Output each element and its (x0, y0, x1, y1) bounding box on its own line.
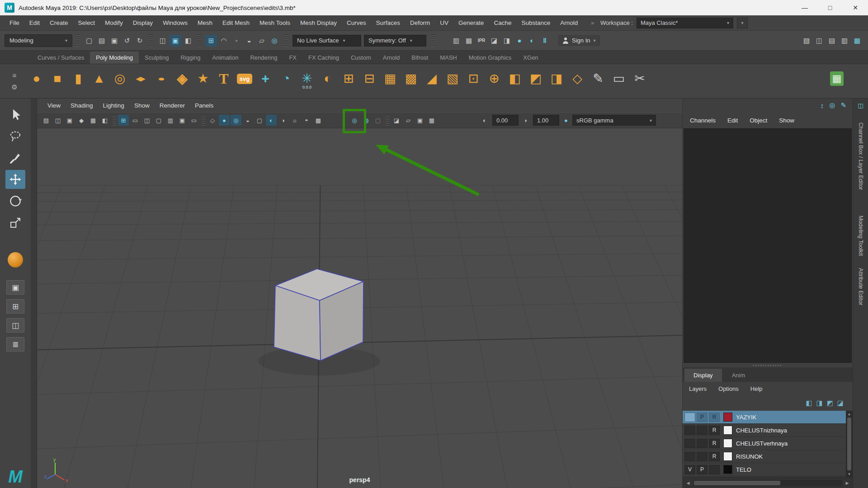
shelf-tab[interactable]: Bifrost (406, 52, 434, 64)
shelf-tab[interactable]: Rigging (175, 52, 206, 64)
select-hierarchy-icon[interactable]: ◫ (157, 35, 169, 47)
sidebar-vertical-tab[interactable]: Modeling Toolkit (858, 214, 864, 258)
arnold-renderview-icon[interactable]: ◐ (526, 35, 538, 47)
boolean-difference-icon[interactable]: ⊟ (359, 66, 380, 96)
poly-torus-icon[interactable]: ◎ (109, 66, 130, 96)
anti-alias-icon[interactable]: ▢ (373, 115, 383, 126)
layer-row[interactable]: P R YAZYIK (683, 411, 846, 424)
rotate-tool-button[interactable] (5, 192, 25, 211)
layer-playback-cell[interactable]: P (697, 413, 708, 422)
layer-playback-cell[interactable] (697, 426, 708, 435)
shelf-tab[interactable]: Sculpting (139, 52, 175, 64)
select-component-icon[interactable]: ◧ (182, 35, 194, 47)
menu-item[interactable]: Edit Mesh (217, 19, 255, 26)
custom-grid-icon[interactable]: ▦ (826, 66, 847, 96)
panel-dock-icon[interactable]: ◫ (858, 102, 863, 109)
shelf-tab[interactable]: Custom (345, 52, 377, 64)
close-button[interactable]: ✕ (843, 0, 868, 15)
menu-item[interactable]: Modify (100, 19, 128, 26)
shelf-tab[interactable]: Animation (207, 52, 245, 64)
extrude-icon[interactable]: ⊡ (463, 66, 484, 96)
layer-row[interactable]: R RISUNOK (683, 450, 846, 463)
channel-manip-slow-icon[interactable]: ↕ (821, 102, 824, 109)
film-gate-icon[interactable]: ▭ (130, 115, 141, 126)
channel-box-menu-item[interactable]: Object (750, 117, 767, 124)
platonic-solid-icon[interactable]: ◈ (172, 66, 193, 96)
live-surface-field[interactable]: No Live Surface ▾ (292, 35, 361, 47)
safe-title-icon[interactable]: ▭ (189, 115, 199, 126)
layer-playback-cell[interactable] (697, 452, 708, 461)
duplicate-face-icon[interactable]: ▧ (442, 66, 463, 96)
resolution-gate-icon[interactable]: ◫ (142, 115, 152, 126)
menu-item[interactable]: Mesh Tools (255, 19, 295, 26)
render-view-icon[interactable]: ● (514, 35, 525, 47)
layer-visibility-cell[interactable]: V (684, 465, 695, 474)
menu-item[interactable]: Cache (489, 19, 516, 26)
menu-item[interactable]: UV (435, 19, 453, 26)
channel-box-menu-item[interactable]: Edit (727, 117, 738, 124)
select-camera-icon[interactable]: ▤ (41, 115, 52, 126)
smooth-shade-icon[interactable]: ● (219, 115, 230, 126)
menu-item[interactable]: File (5, 19, 24, 26)
layer-editor-tab[interactable]: Anim (723, 369, 755, 382)
render-current-frame-icon[interactable]: ▥ (450, 35, 462, 47)
panel-menu-item[interactable]: Renderer (155, 102, 190, 109)
move-tool-button[interactable] (5, 170, 25, 189)
poly-sphere-icon[interactable]: ● (26, 66, 47, 96)
layer-render-cell[interactable]: R (709, 439, 720, 448)
new-layer-from-selected-icon[interactable]: ◨ (816, 399, 822, 407)
shelf-options-icon[interactable]: ≡ (13, 71, 17, 79)
shelf-tab[interactable]: Motion Graphics (463, 52, 518, 64)
menu-item[interactable]: Generate (453, 19, 489, 26)
layer-list-hscrollbar[interactable]: ◀ ▶ (683, 477, 853, 488)
redo-icon[interactable]: ↻ (134, 35, 146, 47)
target-weld-icon[interactable]: ✂ (629, 66, 650, 96)
field-chart-icon[interactable]: ▥ (165, 115, 176, 126)
snap-grid-icon[interactable]: ⊞ (205, 35, 217, 47)
channel-manip-medium-icon[interactable]: ◎ (829, 101, 835, 109)
layer-playback-cell[interactable] (697, 439, 708, 448)
snap-point-icon[interactable]: ◦ (231, 35, 242, 47)
workspace-more-button[interactable]: ▾ (737, 18, 748, 28)
occlusion-icon[interactable]: ▩ (313, 115, 324, 126)
menu-item[interactable]: Mesh Display (295, 19, 342, 26)
type-tool-icon[interactable]: T (213, 66, 234, 96)
panel-menu-item[interactable]: Panels (190, 102, 218, 109)
minimize-button[interactable]: — (792, 0, 817, 15)
panel-splitter-handle[interactable]: •••••••••••• (683, 363, 853, 367)
isolate-select-icon[interactable]: ◪ (391, 115, 402, 126)
wedge-icon[interactable]: ◢ (421, 66, 442, 96)
contrast-field[interactable]: 1.00 (533, 115, 559, 126)
pause-icon[interactable]: ‖ (539, 35, 551, 47)
layer-visibility-cell[interactable] (684, 413, 695, 422)
sphere-projection-icon[interactable]: ⊕ (484, 66, 505, 96)
shelf-tab[interactable]: Arnold (377, 52, 406, 64)
snapshot-icon[interactable]: ▦ (426, 115, 437, 126)
channel-box-toggle-icon[interactable]: ▦ (851, 35, 863, 47)
scale-tool-button[interactable] (5, 213, 25, 232)
sweep-mesh-icon[interactable]: ★ (193, 66, 213, 96)
poly-cylinder-icon[interactable]: ▮ (68, 66, 89, 96)
layer-render-cell[interactable]: R (709, 426, 720, 435)
layer-visibility-cell[interactable] (684, 439, 695, 448)
gate-mask-icon[interactable]: ▢ (153, 115, 164, 126)
select-tool-button[interactable] (5, 105, 25, 124)
menu-item[interactable]: Display (128, 19, 158, 26)
panel-divider[interactable] (31, 99, 37, 488)
colorspace-dropdown[interactable]: sRGB gamma ▾ (572, 115, 656, 126)
menu-set-dropdown[interactable]: Modeling ▾ (5, 34, 72, 47)
poly-plane-icon[interactable]: ◆ (130, 66, 151, 96)
layer-render-cell[interactable]: R (709, 452, 720, 461)
grid-toggle-icon[interactable]: ⊞ (118, 115, 129, 126)
menu-item[interactable]: Substance (516, 19, 555, 26)
lasso-tool-button[interactable] (5, 127, 25, 145)
menu-item[interactable]: Curves (342, 19, 371, 26)
shelf-editor-gear-icon[interactable]: ⚙ (11, 83, 17, 91)
layer-visibility-cell[interactable] (684, 452, 695, 461)
modeling-toolkit-toggle-icon[interactable]: ▧ (801, 35, 812, 47)
hscrollbar-track[interactable] (693, 480, 842, 486)
scrollbar-thumb[interactable] (847, 418, 851, 470)
mirror-icon[interactable]: ◧ (505, 66, 525, 96)
channel-manip-fast-icon[interactable]: ✎ (840, 101, 846, 109)
bounding-box-icon[interactable]: ▢ (254, 115, 265, 126)
